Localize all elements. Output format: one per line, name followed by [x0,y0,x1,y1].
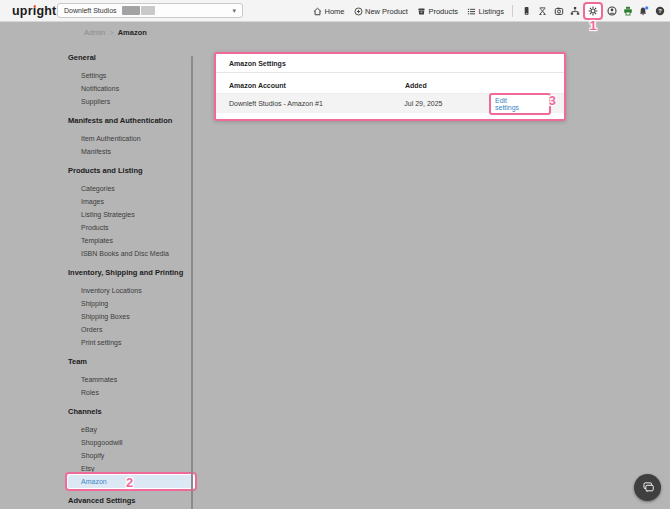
annotation-step-2: 2 [126,476,133,489]
sidebar-section-products-listing: Products and Listing Categories Images L… [68,166,193,260]
topbar-right: Home New Product Products [313,0,667,22]
edit-settings-link[interactable]: Edit settings [495,97,533,111]
breadcrumb-admin[interactable]: Admin [84,28,105,37]
sidebar-item-products[interactable]: Products [68,221,193,234]
added-date-cell: Jul 29, 2025 [404,100,489,107]
store-selector-value: Downleft Studios [64,7,117,14]
sidebar-item-listing-strategies[interactable]: Listing Strategies [68,208,193,221]
sidebar-heading: Advanced Settings [68,496,193,505]
divider [512,5,513,17]
sidebar-item-shopify[interactable]: Shopify [68,449,193,462]
sidebar-item-settings[interactable]: Settings [68,69,193,82]
nav-label: Home [325,7,345,16]
sidebar-item-suppliers[interactable]: Suppliers [68,95,193,108]
sidebar-item-inventory-locations[interactable]: Inventory Locations [68,284,193,297]
redacted-text-block [122,6,140,15]
camera-icon[interactable] [553,4,564,18]
bell-icon[interactable] [638,4,649,18]
nav-item-listings[interactable]: Listings [467,7,504,16]
tool-icon-strip: 1 ? [521,2,667,20]
table-header-row: Amazon Account Added [216,73,564,93]
sidebar-item-isbn-books[interactable]: ISBN Books and Disc Media [68,247,193,260]
listings-icon [467,7,476,16]
settings-sidebar: General Settings Notifications Suppliers… [68,44,193,509]
amazon-item-annotation-wrap: Amazon 2 [68,475,193,488]
nav-label: Listings [479,7,504,16]
column-header-amazon-account: Amazon Account [229,82,405,89]
edit-settings-annotation-box: Edit settings 3 [489,93,551,115]
sidebar-heading: Inventory, Shipping and Printing [68,268,193,277]
card-title: Amazon Settings [216,54,564,73]
gear-icon[interactable]: 1 [583,2,603,20]
chat-bubble-icon [641,481,654,494]
main-nav: Home New Product Products [313,7,504,16]
sidebar-item-roles[interactable]: Roles [68,386,193,399]
svg-text:?: ? [658,8,662,14]
sidebar-item-shopgoodwill[interactable]: Shopgoodwill [68,436,193,449]
sidebar-item-ebay[interactable]: eBay [68,423,193,436]
logo-text-2: ght [36,4,56,18]
products-icon [417,7,426,16]
nav-label: Products [428,7,458,16]
sidebar-section-advanced: Advanced Settings [68,496,193,505]
nav-item-new-product[interactable]: New Product [354,7,408,16]
sidebar-item-shipping[interactable]: Shipping [68,297,193,310]
plus-circle-icon [354,7,363,16]
topbar: uprıght Downleft Studios ▾ Home N [0,0,670,22]
sidebar-item-orders[interactable]: Orders [68,323,193,336]
breadcrumb-separator: > [109,28,113,37]
account-name-cell: Downleft Studios - Amazon #1 [229,100,404,107]
chevron-down-icon: ▾ [232,7,236,15]
sidebar-section-manifests: Manifests and Authentication Item Authen… [68,116,193,158]
sidebar-item-item-authentication[interactable]: Item Authentication [68,132,193,145]
annotation-step-3: 3 [549,94,556,107]
sidebar-item-amazon[interactable]: Amazon 2 [68,475,193,488]
chat-button[interactable] [634,474,661,501]
logo-text-1: upr [12,4,33,18]
user-icon[interactable] [606,4,617,18]
sidebar-item-categories[interactable]: Categories [68,182,193,195]
sidebar-item-label: Amazon [81,478,107,485]
sidebar-item-notifications[interactable]: Notifications [68,82,193,95]
sidebar-heading: Manifests and Authentication [68,116,193,125]
store-selector-dropdown[interactable]: Downleft Studios ▾ [57,3,243,18]
annotation-step-1: 1 [589,19,596,32]
nav-item-products[interactable]: Products [417,7,458,16]
redacted-text-block [141,6,155,15]
scale-icon[interactable] [537,4,548,18]
home-icon [313,7,322,16]
sidebar-item-teammates[interactable]: Teammates [68,373,193,386]
printer-icon[interactable] [622,4,633,18]
sidebar-item-manifests[interactable]: Manifests [68,145,193,158]
sidebar-heading: Channels [68,407,193,416]
sitemap-icon[interactable] [569,4,580,18]
logo-letter-i: ı [33,4,37,18]
breadcrumb: Admin > Amazon [84,28,147,37]
help-icon[interactable]: ? [654,4,665,18]
sidebar-item-print-settings[interactable]: Print settings [68,336,193,349]
annotation-box-3-card: Amazon Settings Amazon Account Added Dow… [214,52,566,121]
sidebar-scrollbar[interactable] [191,56,193,509]
sidebar-section-team: Team Teammates Roles [68,357,193,399]
sidebar-item-images[interactable]: Images [68,195,193,208]
nav-label: New Product [365,7,408,16]
sidebar-heading: General [68,53,193,62]
app-window: uprıght Downleft Studios ▾ Home N [0,0,670,509]
sidebar-heading: Products and Listing [68,166,193,175]
sidebar-heading: Team [68,357,193,366]
upright-logo[interactable]: uprıght [12,0,56,22]
sidebar-section-inventory: Inventory, Shipping and Printing Invento… [68,268,193,349]
nav-item-home[interactable]: Home [313,7,345,16]
amazon-settings-card: Amazon Settings Amazon Account Added Dow… [216,54,564,119]
sidebar-item-templates[interactable]: Templates [68,234,193,247]
sidebar-section-channels: Channels eBay Shopgoodwill Shopify Etsy … [68,407,193,488]
table-row: Downleft Studios - Amazon #1 Jul 29, 202… [216,93,564,113]
sidebar-section-general: General Settings Notifications Suppliers [68,53,193,108]
mobile-icon[interactable] [521,4,532,18]
column-header-added: Added [405,82,490,89]
sidebar-item-shipping-boxes[interactable]: Shipping Boxes [68,310,193,323]
breadcrumb-amazon: Amazon [118,28,147,37]
